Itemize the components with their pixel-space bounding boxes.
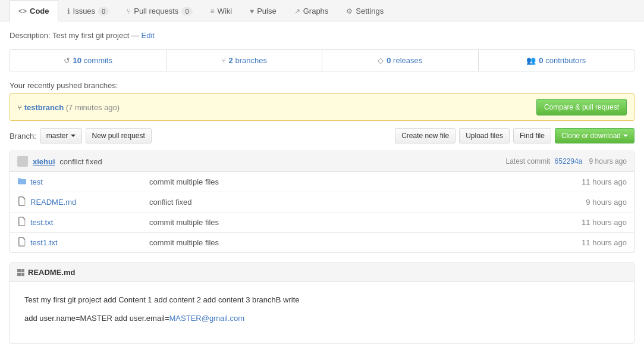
clone-download-button[interactable]: Clone or download: [555, 128, 634, 143]
tab-graphs[interactable]: ↗ Graphs: [285, 0, 338, 21]
tab-wiki[interactable]: ≡ Wiki: [202, 0, 241, 21]
readme-line-2: add user.name=MASTER add user.email=MAST…: [24, 313, 620, 325]
toolbar-right: Create new file Upload files Find file C…: [395, 128, 634, 143]
wiki-icon: ≡: [211, 7, 215, 15]
code-icon: <>: [18, 7, 27, 15]
file-commit-message: commit multiple files: [149, 238, 582, 247]
issues-badge: 0: [98, 7, 109, 15]
readme-email-link[interactable]: MASTER@gmail.com: [169, 314, 245, 323]
commits-link[interactable]: 10 commits: [73, 56, 112, 65]
issues-icon: ℹ: [67, 7, 70, 15]
file-name-link[interactable]: test: [30, 177, 43, 186]
main-content: Description: Test my first git project —…: [0, 21, 644, 353]
contributors-stat[interactable]: 👥 0 contributors: [479, 50, 634, 71]
upload-files-button[interactable]: Upload files: [459, 128, 510, 143]
file-name: test: [30, 177, 149, 186]
commit-time: 9 hours ago: [589, 157, 627, 165]
latest-commit-label: Latest commit: [506, 157, 551, 165]
clone-download-label: Clone or download: [561, 132, 621, 140]
description: Description: Test my first git project —…: [10, 31, 634, 40]
avatar: [17, 156, 28, 167]
tab-pull-requests-label: Pull requests: [134, 7, 178, 15]
pull-requests-badge: 0: [181, 7, 192, 15]
commit-meta: Latest commit 652294a 9 hours ago: [506, 157, 627, 165]
file-name-link[interactable]: test.txt: [30, 218, 53, 227]
branch-caret-icon: [71, 135, 76, 137]
file-name: test1.txt: [30, 238, 149, 247]
find-file-button[interactable]: Find file: [513, 128, 551, 143]
branch-icon: ⑂: [17, 103, 22, 112]
tab-bar: <> Code ℹ Issues 0 ⑂ Pull requests 0 ≡ W…: [0, 0, 644, 21]
contributors-link[interactable]: 0 contributors: [539, 56, 586, 65]
releases-count: 0: [387, 56, 391, 65]
readme-section: README.md Test my first git project add …: [10, 263, 634, 343]
releases-label: releases: [393, 56, 422, 65]
recent-push-label: Your recently pushed branches:: [10, 81, 634, 90]
branches-link[interactable]: 2 branches: [229, 56, 267, 65]
branch-name: master: [46, 132, 68, 140]
clone-caret-icon: [623, 135, 628, 137]
table-row: README.mdconflict fixed9 hours ago: [10, 192, 634, 213]
file-name-link[interactable]: README.md: [30, 198, 76, 207]
edit-description-link[interactable]: Edit: [142, 31, 155, 40]
table-row: testcommit multiple files11 hours ago: [10, 172, 634, 192]
tab-pulse[interactable]: ♥ Pulse: [241, 0, 285, 21]
tab-wiki-label: Wiki: [218, 7, 233, 15]
push-banner: ⑂ testbranch (7 minutes ago) Compare & p…: [10, 93, 634, 121]
contributors-label: contributors: [545, 56, 586, 65]
stats-bar: ↺ 10 commits ⑂ 2 branches ◇ 0 releases 👥…: [10, 49, 634, 71]
file-icon: [17, 196, 27, 208]
file-rows: testcommit multiple files11 hours agoREA…: [10, 172, 634, 252]
recent-push-section: Your recently pushed branches: ⑂ testbra…: [10, 81, 634, 121]
tab-settings[interactable]: ⚙ Settings: [337, 0, 392, 21]
push-time: (7 minutes ago): [66, 103, 120, 112]
branch-label: Branch:: [10, 132, 36, 140]
pulse-icon: ♥: [250, 7, 254, 15]
folder-icon: [17, 176, 27, 188]
tab-issues[interactable]: ℹ Issues 0: [58, 0, 118, 21]
table-row: test1.txtcommit multiple files11 hours a…: [10, 233, 634, 252]
file-time: 11 hours ago: [582, 238, 627, 247]
readme-line-1: Test my first git project add Content 1 …: [24, 294, 620, 307]
readme-body: Test my first git project add Content 1 …: [10, 282, 634, 343]
commits-stat[interactable]: ↺ 10 commits: [10, 50, 167, 71]
table-row: test.txtcommit multiple files11 hours ag…: [10, 213, 634, 233]
branch-dropdown-button[interactable]: master: [40, 128, 82, 143]
commits-count: 10: [73, 56, 81, 65]
description-text: Description: Test my first git project —: [10, 31, 139, 40]
commit-hash-link[interactable]: 652294a: [555, 157, 583, 165]
readme-grid-icon: [17, 269, 24, 276]
branches-stat[interactable]: ⑂ 2 branches: [167, 50, 323, 71]
branches-count: 2: [229, 56, 233, 65]
file-list-header: xiehui conflict fixed Latest commit 6522…: [10, 151, 634, 172]
file-name-link[interactable]: test1.txt: [30, 238, 58, 247]
tab-code-label: Code: [30, 7, 49, 15]
compare-pull-request-button[interactable]: Compare & pull request: [536, 99, 627, 115]
readme-header: README.md: [10, 263, 634, 282]
file-list: xiehui conflict fixed Latest commit 6522…: [10, 151, 634, 253]
push-branch-info: ⑂ testbranch (7 minutes ago): [17, 103, 120, 112]
pull-requests-icon: ⑂: [127, 7, 131, 15]
tab-issues-label: Issues: [73, 7, 96, 15]
create-new-file-button[interactable]: Create new file: [395, 128, 455, 143]
tab-code[interactable]: <> Code: [10, 0, 58, 21]
releases-link[interactable]: 0 releases: [387, 56, 422, 65]
commits-icon: ↺: [64, 56, 70, 65]
file-commit-message: conflict fixed: [149, 198, 586, 207]
releases-stat[interactable]: ◇ 0 releases: [322, 50, 479, 71]
file-time: 11 hours ago: [582, 177, 627, 186]
tab-graphs-label: Graphs: [303, 7, 329, 15]
file-time: 9 hours ago: [586, 198, 627, 207]
tab-pull-requests[interactable]: ⑂ Pull requests 0: [118, 0, 201, 21]
new-pull-request-button[interactable]: New pull request: [86, 128, 152, 143]
releases-icon: ◇: [378, 56, 384, 65]
commit-author-link[interactable]: xiehui: [33, 157, 55, 166]
push-branch-name[interactable]: testbranch: [24, 103, 64, 112]
file-name: README.md: [30, 198, 149, 207]
settings-icon: ⚙: [346, 7, 353, 15]
contributors-icon: 👥: [526, 56, 536, 65]
commit-message: conflict fixed: [59, 157, 102, 166]
contributors-count: 0: [539, 56, 543, 65]
file-commit-message: commit multiple files: [149, 218, 582, 227]
branch-selector: Branch: master: [10, 128, 82, 143]
